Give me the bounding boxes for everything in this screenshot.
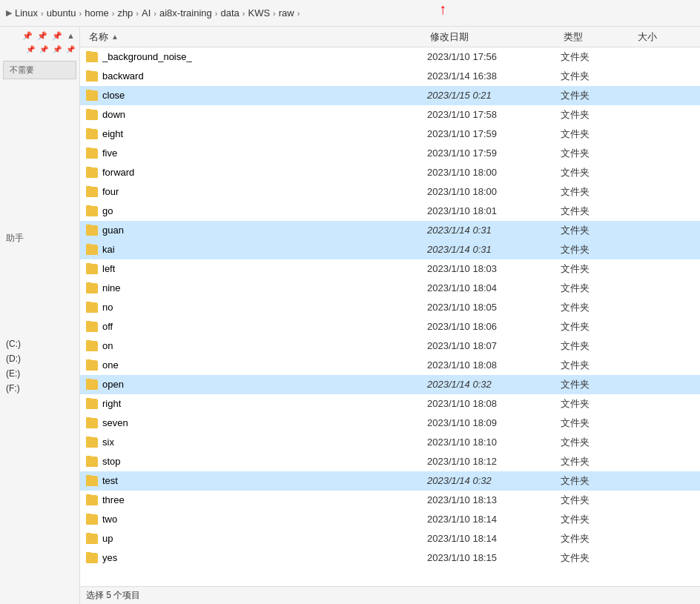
sep3: ›	[112, 9, 115, 18]
sep5: ›	[153, 9, 156, 18]
table-row[interactable]: right2023/1/10 18:08文件夹	[80, 394, 700, 414]
file-name-text: close	[102, 90, 125, 101]
table-row[interactable]: test2023/1/14 0:32文件夹	[80, 471, 700, 491]
file-name-cell: kai	[86, 244, 427, 255]
file-type: 文件夹	[561, 50, 635, 64]
table-row[interactable]: yes2023/1/10 18:15文件夹	[80, 548, 700, 568]
file-date: 2023/1/10 18:09	[427, 417, 561, 428]
table-row[interactable]: left2023/1/10 18:03文件夹	[80, 259, 700, 279]
breadcrumb-raw[interactable]: raw	[279, 7, 294, 19]
table-row[interactable]: one2023/1/10 18:08文件夹	[80, 356, 700, 375]
table-row[interactable]: nine2023/1/10 18:04文件夹	[80, 279, 700, 298]
breadcrumb-home[interactable]: home	[85, 7, 109, 19]
file-name-text: right	[102, 398, 121, 409]
pin-icon-6[interactable]: 📌	[51, 44, 63, 55]
table-row[interactable]: stop2023/1/10 18:12文件夹	[80, 452, 700, 471]
table-row[interactable]: three2023/1/10 18:13文件夹	[80, 491, 700, 510]
col-header-name[interactable]: 名称 ▲	[86, 27, 427, 47]
table-row[interactable]: up2023/1/10 18:14文件夹	[80, 529, 700, 548]
table-row[interactable]: kai2023/1/14 0:31文件夹	[80, 240, 700, 259]
file-date: 2023/1/14 0:31	[427, 225, 561, 236]
file-name-cell: close	[86, 90, 427, 101]
table-row[interactable]: no2023/1/10 18:05文件夹	[80, 298, 700, 317]
table-row[interactable]: five2023/1/10 17:59文件夹	[80, 144, 700, 163]
table-row[interactable]: six2023/1/10 18:10文件夹	[80, 433, 700, 452]
file-name-text: on	[102, 340, 113, 351]
file-type: 文件夹	[561, 262, 635, 276]
breadcrumb-ai[interactable]: AI	[142, 7, 151, 19]
folder-icon	[86, 90, 98, 101]
pin-icon-5[interactable]: 📌	[38, 44, 50, 55]
table-row[interactable]: on2023/1/10 18:07文件夹	[80, 336, 700, 356]
folder-icon	[86, 187, 98, 197]
special-label-text: 不需要	[10, 65, 34, 74]
file-type: 文件夹	[561, 243, 635, 256]
pin-icon-1[interactable]: 📌	[21, 30, 34, 42]
folder-icon	[86, 302, 98, 313]
chevron-up-icon[interactable]: ▲	[65, 30, 76, 42]
col-header-type[interactable]: 类型	[561, 27, 635, 47]
table-row[interactable]: open2023/1/14 0:32文件夹	[80, 375, 700, 394]
folder-icon	[86, 457, 98, 467]
table-row[interactable]: _background_noise_2023/1/10 17:56文件夹	[80, 47, 700, 67]
file-date: 2023/1/10 18:13	[427, 494, 561, 505]
file-date: 2023/1/14 0:31	[427, 244, 561, 255]
file-name-text: down	[102, 109, 125, 120]
breadcrumb-linux[interactable]: Linux	[15, 7, 38, 19]
breadcrumb-ai8x[interactable]: ai8x-training	[159, 7, 212, 19]
folder-icon	[86, 264, 98, 274]
folder-icon	[86, 167, 98, 178]
table-row[interactable]: two2023/1/10 18:14文件夹	[80, 510, 700, 529]
breadcrumb-kws[interactable]: KWS	[248, 7, 270, 19]
pin-icon-4[interactable]: 📌	[24, 44, 36, 55]
file-type: 文件夹	[561, 359, 635, 372]
pin-icon-7[interactable]: 📌	[65, 44, 76, 55]
pin-icon-2[interactable]: 📌	[36, 30, 49, 42]
table-row[interactable]: four2023/1/10 18:00文件夹	[80, 182, 700, 202]
file-type: 文件夹	[561, 378, 635, 391]
file-name-cell: eight	[86, 128, 427, 139]
table-row[interactable]: backward2023/1/14 16:38文件夹	[80, 67, 700, 86]
breadcrumb-ubuntu[interactable]: ubuntu	[47, 7, 76, 19]
file-name-text: yes	[102, 552, 117, 563]
sidebar-drive-c[interactable]: (C:)	[0, 336, 79, 351]
file-name-text: nine	[102, 282, 121, 293]
drive-f-label: (F:)	[6, 383, 20, 394]
file-name-cell: yes	[86, 552, 427, 563]
col-header-size[interactable]: 大小	[635, 27, 694, 47]
sidebar-drive-f[interactable]: (F:)	[0, 381, 79, 396]
file-name-cell: open	[86, 379, 427, 390]
file-date: 2023/1/14 16:38	[427, 70, 561, 82]
file-date: 2023/1/10 18:06	[427, 321, 561, 332]
table-row[interactable]: eight2023/1/10 17:59文件夹	[80, 125, 700, 144]
sidebar-drive-e[interactable]: (E:)	[0, 366, 79, 381]
breadcrumb-data[interactable]: data	[221, 7, 240, 19]
table-row[interactable]: guan2023/1/14 0:31文件夹	[80, 221, 700, 240]
file-name-text: guan	[102, 225, 124, 236]
breadcrumb-zhp[interactable]: zhp	[117, 7, 133, 19]
table-row[interactable]: seven2023/1/10 18:09文件夹	[80, 414, 700, 433]
red-arrow-indicator: ↑	[439, 1, 446, 16]
table-row[interactable]: go2023/1/10 18:01文件夹	[80, 202, 700, 221]
col-type-label: 类型	[564, 30, 583, 44]
table-row[interactable]: down2023/1/10 17:58文件夹	[80, 105, 700, 125]
file-type: 文件夹	[561, 494, 635, 507]
assistant-label-text: 助手	[6, 233, 24, 243]
file-name-text: up	[102, 533, 113, 544]
folder-icon	[86, 71, 98, 82]
col-name-label: 名称	[89, 30, 108, 44]
file-name-cell: left	[86, 263, 427, 274]
file-name-text: one	[102, 359, 119, 371]
table-row[interactable]: close2023/1/15 0:21文件夹	[80, 86, 700, 105]
folder-icon	[86, 245, 98, 255]
sidebar-drive-d[interactable]: (D:)	[0, 351, 79, 366]
pin-icon-3[interactable]: 📌	[50, 30, 64, 42]
sep1: ›	[41, 9, 44, 18]
table-row[interactable]: forward2023/1/10 18:00文件夹	[80, 163, 700, 182]
col-header-date[interactable]: 修改日期	[427, 27, 561, 47]
folder-icon	[86, 379, 98, 390]
file-type: 文件夹	[561, 166, 635, 179]
file-name-cell: right	[86, 398, 427, 409]
file-type: 文件夹	[561, 339, 635, 353]
table-row[interactable]: off2023/1/10 18:06文件夹	[80, 317, 700, 336]
